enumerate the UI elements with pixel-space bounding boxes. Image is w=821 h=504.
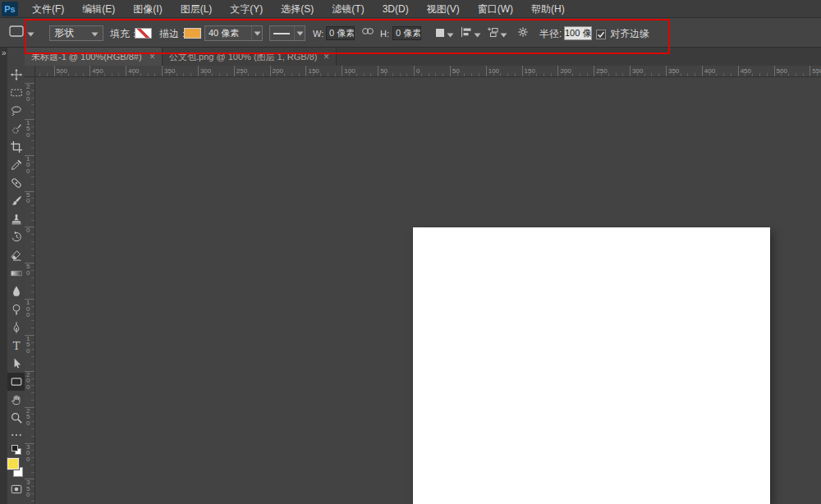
tab-bar: 未标题-1 @ 100%(RGB/8#)×公文包.png @ 100% (图层 …	[25, 48, 821, 66]
eyedropper-icon	[10, 158, 23, 172]
eraser-icon	[10, 249, 23, 262]
menu-type[interactable]: 文字(Y)	[221, 0, 272, 18]
ruler-h-label: 300	[630, 66, 643, 77]
stroke-width-select[interactable]: 40 像素	[204, 25, 263, 41]
crop-tool[interactable]	[7, 138, 25, 156]
menu-window[interactable]: 窗口(W)	[469, 0, 522, 18]
menu-file[interactable]: 文件(F)	[23, 0, 73, 18]
path-selection-tool[interactable]	[7, 355, 25, 373]
marquee-icon	[10, 86, 23, 99]
path-arrange-button[interactable]	[486, 25, 508, 41]
ruler-h-label: 550	[810, 66, 821, 77]
stroke-line-icon	[273, 33, 290, 34]
radius-field[interactable]: 100 像	[564, 26, 592, 40]
rectangular-marquee-tool[interactable]	[7, 84, 25, 102]
hand-tool[interactable]	[7, 391, 25, 409]
ruler-v-label: 3 5 0	[25, 479, 34, 498]
move-icon	[10, 68, 23, 81]
zoom-icon	[10, 411, 23, 424]
chevron-down-icon	[27, 25, 34, 40]
pen-tool[interactable]	[7, 318, 25, 337]
collapse-toolbar-icon[interactable]: »	[2, 48, 7, 59]
height-label: H:	[380, 29, 389, 39]
gear-icon	[516, 25, 530, 42]
ruler-h-label: 100	[342, 66, 355, 77]
ruler-h-label: 50	[378, 66, 388, 77]
tool-mode-select[interactable]: 形状	[49, 25, 103, 41]
tab-close-icon[interactable]: ×	[149, 52, 155, 62]
chevron-down-icon	[474, 26, 481, 41]
zoom-tool[interactable]	[7, 409, 25, 427]
align-edges-checkbox[interactable]	[596, 30, 606, 39]
foreground-color-swatch[interactable]	[7, 458, 19, 470]
history-brush-tool[interactable]	[7, 228, 25, 246]
quick-mask-icon[interactable]	[7, 481, 25, 497]
tab-title: 未标题-1 @ 100%(RGB/8#)	[31, 51, 144, 63]
combine-shapes-button[interactable]	[434, 25, 454, 41]
ruler-h-label: 250	[234, 66, 247, 77]
color-swatches[interactable]	[7, 457, 25, 479]
stroke-swatch[interactable]	[184, 28, 201, 39]
spot-healing-brush-tool[interactable]	[7, 174, 25, 192]
tool-preset-button[interactable]	[8, 25, 39, 41]
eyedropper-tool[interactable]	[7, 156, 25, 174]
menu-view[interactable]: 视图(V)	[418, 0, 469, 18]
stroke-type-select[interactable]	[269, 25, 305, 41]
document-canvas[interactable]	[413, 227, 770, 504]
ruler-v-label: 2 0 0	[25, 371, 34, 391]
ruler-v-label: 1 5 0	[25, 335, 34, 355]
width-field[interactable]: 0 像素	[326, 26, 355, 40]
menu-help[interactable]: 帮助(H)	[522, 0, 574, 18]
quick-selection-tool[interactable]	[7, 120, 25, 138]
svg-text:T: T	[12, 340, 20, 352]
link-dimensions-button[interactable]	[360, 27, 376, 39]
eraser-tool[interactable]	[7, 246, 25, 264]
ruler-v-label: 5 0	[25, 263, 34, 276]
default-colors-icon[interactable]	[7, 443, 25, 456]
stroke-width-value: 40 像素	[205, 27, 251, 39]
ruler-h-label: 250	[594, 66, 607, 77]
ruler-h-label: 350	[162, 66, 175, 77]
shape-options-button[interactable]	[515, 25, 531, 41]
combine-shapes-icon	[435, 26, 445, 41]
lasso-tool[interactable]	[7, 102, 25, 120]
more-tools-icon[interactable]	[7, 427, 25, 443]
path-align-button[interactable]	[460, 25, 482, 41]
move-tool[interactable]	[7, 66, 25, 84]
tab-close-icon[interactable]: ×	[323, 52, 329, 62]
ruler-vertical: 2 0 01 5 01 0 05 005 01 0 01 5 02 0 02 5…	[25, 77, 35, 504]
link-dimensions-icon	[360, 25, 375, 40]
ruler-h-label: 200	[270, 66, 283, 77]
dodge-tool[interactable]	[7, 300, 25, 318]
blur-tool[interactable]	[7, 282, 25, 300]
menu-select[interactable]: 选择(S)	[272, 0, 323, 18]
menu-bar: Ps 文件(F)编辑(E)图像(I)图层(L)文字(Y)选择(S)滤镜(T)3D…	[0, 0, 821, 18]
photoshop-logo[interactable]: Ps	[2, 2, 18, 16]
menu-layer[interactable]: 图层(L)	[172, 0, 222, 18]
fill-swatch[interactable]	[135, 28, 152, 39]
brush-tool[interactable]	[7, 192, 25, 210]
ruler-h-label: 100	[486, 66, 499, 77]
tab-title: 公文包.png @ 100% (图层 1, RGB/8)	[169, 51, 318, 63]
rectangle-tool[interactable]	[7, 373, 25, 391]
tool-list: T	[7, 66, 25, 497]
gradient-tool[interactable]	[7, 264, 25, 282]
tool-bar: » T	[0, 48, 25, 504]
tool-mode-value: 形状	[54, 26, 74, 40]
height-field[interactable]: 0 像素	[392, 26, 421, 40]
type-tool[interactable]: T	[7, 337, 25, 355]
document-tab-2[interactable]: 公文包.png @ 100% (图层 1, RGB/8)×	[163, 48, 337, 66]
ruler-v-label: 1 5 0	[25, 119, 34, 139]
menu-filter[interactable]: 滤镜(T)	[323, 0, 373, 18]
menu-3d[interactable]: 3D(D)	[374, 0, 418, 18]
ruler-v-label: 1 0 0	[25, 155, 34, 175]
ruler-h-label: 350	[666, 66, 679, 77]
document-tab-1[interactable]: 未标题-1 @ 100%(RGB/8#)×	[25, 48, 163, 66]
ruler-v-label: 1 0 0	[25, 299, 34, 318]
clone-stamp-tool[interactable]	[7, 210, 25, 228]
dodge-icon	[10, 303, 23, 316]
menu-image[interactable]: 图像(I)	[124, 0, 171, 18]
menu-edit[interactable]: 编辑(E)	[73, 0, 124, 18]
align-edges-label: 对齐边缘	[610, 27, 649, 41]
ruler-corner	[25, 66, 35, 77]
